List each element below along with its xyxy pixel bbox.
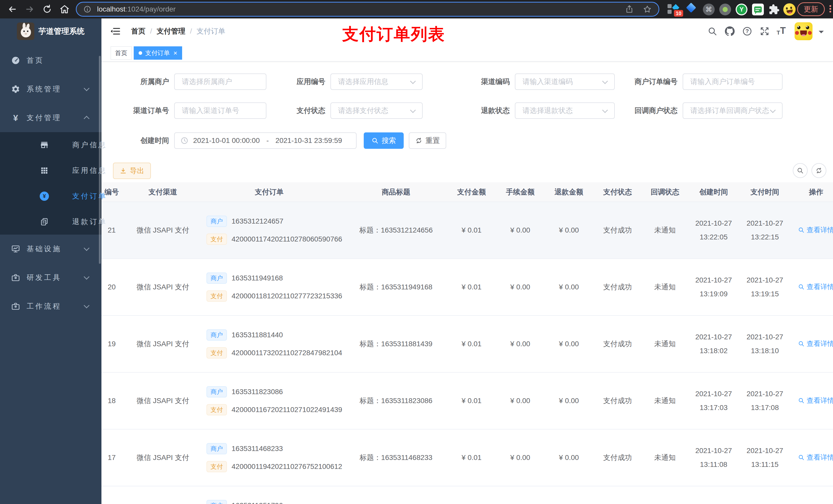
action-cell: 查看详情 — [790, 373, 833, 429]
sidebar-item-home[interactable]: 首页 — [0, 46, 101, 75]
yen-icon: ¥ — [11, 113, 21, 123]
extensions-puzzle-icon[interactable] — [768, 4, 780, 15]
browser-menu-icon[interactable] — [829, 4, 831, 15]
sidebar-item-refund-order[interactable]: 退款订单 — [0, 209, 101, 235]
reset-button[interactable]: 重置 — [409, 133, 446, 149]
callback-status-select[interactable] — [683, 102, 783, 119]
toggle-search-button[interactable] — [793, 163, 808, 178]
fullscreen-icon[interactable] — [760, 26, 769, 36]
pay-status-cell: 支付成功 — [593, 259, 642, 315]
sidebar-scrollbar[interactable] — [99, 56, 101, 264]
fee-cell: ¥ 0.00 — [496, 202, 545, 259]
channel-code-select[interactable] — [515, 73, 615, 90]
browser-back-icon[interactable] — [7, 4, 18, 15]
channel-order-tag: 支付 — [207, 290, 227, 302]
sidebar-item-system[interactable]: 系统管理 — [0, 75, 101, 103]
refund-cell: ¥ 0.00 — [545, 429, 593, 486]
breadcrumb-home[interactable]: 首页 — [131, 26, 145, 36]
app-logo[interactable]: 芋道管理系统 — [0, 22, 101, 42]
pay-status-cell — [593, 486, 642, 504]
orders-table: 编号 支付渠道 支付订单 商品标题 支付金额 手续金额 退款金额 支付状态 回调… — [101, 182, 833, 504]
merchant-order-no: 1635311951796 — [232, 501, 283, 504]
refund-status-select[interactable] — [515, 102, 615, 119]
tag-pay-order[interactable]: 支付订单 × — [134, 46, 182, 60]
extension-record-icon[interactable] — [719, 4, 731, 15]
fee-cell: ¥ 0.00 — [496, 429, 545, 486]
breadcrumb: 首页 / 支付管理 / 支付订单 — [131, 19, 225, 44]
sidebar-item-dev-tools[interactable]: 研发工具 — [0, 263, 101, 292]
create-time-cell: 2021-10-2713:11:08 — [688, 429, 739, 486]
refresh-table-button[interactable] — [811, 163, 826, 178]
merchant-order-no-input[interactable] — [683, 73, 783, 90]
pay-status-cell: 支付成功 — [593, 373, 642, 429]
pay-channel-cell: 微信 JSAPI 支付 — [132, 373, 194, 429]
bookmark-star-icon[interactable] — [643, 5, 652, 14]
sidebar-fold-icon[interactable] — [110, 26, 120, 37]
page-header: 首页 / 支付管理 / 支付订单 支付订单列表 ? TT — [101, 19, 833, 44]
browser-home-icon[interactable] — [59, 4, 70, 15]
view-detail-link[interactable]: 查看详情 — [798, 282, 833, 291]
profile-emoji-avatar[interactable] — [783, 3, 796, 16]
sidebar-item-merchant-info[interactable]: 商户信息 — [0, 132, 101, 158]
col-pay-channel: 支付渠道 — [132, 182, 194, 202]
user-avatar[interactable] — [794, 22, 812, 40]
tags-view-bar: 首页 支付订单 × — [101, 44, 833, 62]
pay-order-cell: 商户 1635312124657 支付 42000011742021102780… — [194, 202, 345, 259]
search-button[interactable]: 搜索 — [364, 133, 404, 149]
merchant-tag: 商户 — [207, 329, 227, 341]
view-detail-link[interactable]: 查看详情 — [798, 396, 833, 405]
title-cell: 标题：1635311881439 — [345, 315, 447, 373]
extension-command-icon[interactable]: ⌘ — [703, 4, 715, 15]
pay-status-cell: 支付成功 — [593, 429, 642, 486]
amount-cell: ¥ 0.01 — [447, 429, 496, 486]
channel-order-no-input[interactable] — [174, 102, 266, 119]
extension-y-icon[interactable]: Y — [736, 4, 747, 15]
table-row: 19 微信 JSAPI 支付 商户 1635311881440 支付 42000… — [101, 315, 833, 373]
create-time-cell — [688, 486, 739, 504]
github-icon[interactable] — [725, 26, 735, 36]
extension-chat-icon[interactable] — [752, 4, 764, 15]
tag-home[interactable]: 首页 — [111, 46, 132, 60]
merchant-select[interactable] — [174, 73, 266, 90]
create-time-range-input[interactable]: 2021-10-01 00:00:00 - 2021-10-31 23:59:5… — [174, 133, 357, 149]
browser-reload-icon[interactable] — [42, 4, 53, 15]
sidebar-item-app-info[interactable]: 应用信息 — [0, 158, 101, 183]
font-size-icon[interactable]: TT — [777, 26, 791, 36]
avatar-caret-icon[interactable] — [819, 31, 824, 36]
channel-order-tag: 支付 — [207, 347, 227, 359]
col-amount: 支付金额 — [447, 182, 496, 202]
amount-cell: ¥ 0.01 — [447, 202, 496, 259]
view-detail-link[interactable]: 查看详情 — [798, 339, 833, 348]
dashboard-icon — [11, 55, 21, 65]
sidebar-item-payment[interactable]: ¥ 支付管理 — [0, 103, 101, 132]
sidebar-item-workflow[interactable]: 工作流程 — [0, 292, 101, 321]
browser-forward-icon[interactable] — [24, 4, 35, 15]
share-icon[interactable] — [625, 5, 634, 14]
filter-label-callback-status: 回调商户状态 — [620, 102, 677, 119]
header-search-icon[interactable] — [708, 26, 717, 36]
sidebar-item-infrastructure[interactable]: 基础设施 — [0, 235, 101, 263]
tag-close-icon[interactable]: × — [173, 50, 177, 56]
callback-status-cell: 未通知 — [642, 429, 688, 486]
fee-cell: ¥ 0.00 — [496, 315, 545, 373]
sidebar-item-pay-order[interactable]: ¥ 支付订单 — [0, 183, 101, 209]
pay-time-cell: 2021-10-2713:18:10 — [739, 315, 790, 373]
col-create-time: 创建时间 — [688, 182, 739, 202]
site-info-icon[interactable] — [83, 5, 91, 13]
address-bar[interactable]: localhost:1024/pay/order — [76, 2, 659, 17]
channel-order-no: 4200001173202110272847982104 — [232, 349, 342, 357]
breadcrumb-payment[interactable]: 支付管理 — [157, 26, 186, 36]
view-detail-link[interactable]: 查看详情 — [798, 453, 833, 462]
extension-kite-icon[interactable] — [686, 3, 696, 13]
pay-status-select[interactable] — [330, 102, 423, 119]
url-text: localhost:1024/pay/order — [97, 5, 176, 13]
app-select[interactable] — [330, 73, 423, 90]
export-button[interactable]: 导出 — [113, 163, 151, 179]
help-icon[interactable]: ? — [742, 26, 752, 36]
browser-update-button[interactable]: 更新 — [797, 2, 825, 16]
pay-order-cell: 商户 1635311881440 支付 42000011732021102728… — [194, 315, 345, 373]
view-detail-link[interactable]: 查看详情 — [798, 225, 833, 235]
document-copy-icon — [40, 217, 49, 226]
app-title: 芋道管理系统 — [39, 26, 85, 37]
create-time-cell: 2021-10-2713:17:03 — [688, 373, 739, 429]
